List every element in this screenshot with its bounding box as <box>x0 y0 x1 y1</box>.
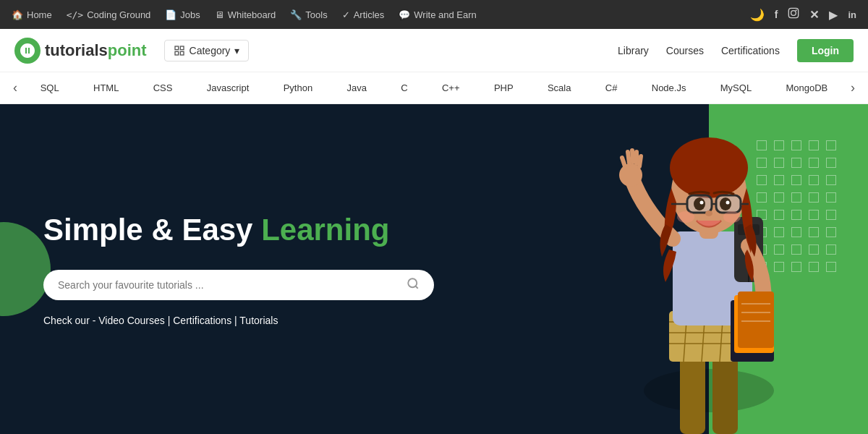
category-grid-icon <box>174 45 185 56</box>
linkedin-icon[interactable]: in <box>848 9 856 20</box>
courses-link[interactable]: Courses <box>666 45 704 56</box>
instagram-icon[interactable] <box>788 7 799 22</box>
svg-rect-0 <box>789 8 799 17</box>
svg-rect-6 <box>180 51 184 55</box>
svg-rect-5 <box>175 51 179 55</box>
cat-css[interactable]: CSS <box>146 80 180 96</box>
nav-coding-ground[interactable]: </> Coding Ground <box>67 9 151 20</box>
svg-point-38 <box>670 137 748 198</box>
logo-icon <box>14 38 41 64</box>
svg-line-26 <box>632 150 633 162</box>
login-button[interactable]: Login <box>797 39 854 62</box>
svg-line-8 <box>415 286 417 289</box>
cat-scala[interactable]: Scala <box>540 80 579 96</box>
svg-line-28 <box>639 156 641 166</box>
chevron-down-icon: ▾ <box>234 45 239 56</box>
top-nav-right: 🌙 f ✕ ▶ in <box>750 7 856 22</box>
cat-html[interactable]: HTML <box>86 80 126 96</box>
nav-whiteboard[interactable]: 🖥 Whiteboard <box>215 9 276 20</box>
search-input[interactable] <box>58 279 407 291</box>
x-twitter-icon[interactable]: ✕ <box>809 8 819 22</box>
cat-cpp[interactable]: C++ <box>435 80 467 96</box>
category-button[interactable]: Category ▾ <box>164 40 250 61</box>
svg-point-9 <box>644 369 774 412</box>
top-nav-left: 🏠 Home </> Coding Ground 📄 Jobs 🖥 Whiteb… <box>12 9 477 20</box>
header-right: Library Courses Certifications Login <box>618 39 854 62</box>
svg-line-29 <box>622 158 625 166</box>
cat-python[interactable]: Python <box>276 80 320 96</box>
svg-point-46 <box>700 201 704 205</box>
cat-sql[interactable]: SQL <box>33 80 67 96</box>
svg-line-25 <box>628 152 629 163</box>
cat-nodejs[interactable]: Node.Js <box>644 80 694 96</box>
svg-point-49 <box>677 211 694 223</box>
search-icon[interactable] <box>407 277 420 293</box>
nav-articles[interactable]: ✓ Articles <box>342 9 385 20</box>
cat-csharp[interactable]: C# <box>598 80 625 96</box>
nav-write-earn[interactable]: 💬 Write and Earn <box>399 9 476 20</box>
articles-icon: ✓ <box>342 9 350 20</box>
category-items: SQL HTML CSS Javascript Python Java C C+… <box>23 80 845 96</box>
svg-point-50 <box>723 211 741 223</box>
hero-section: Simple & Easy Learning Check our - Video… <box>0 104 868 434</box>
write-icon: 💬 <box>399 9 410 20</box>
svg-point-47 <box>726 201 730 205</box>
cat-php[interactable]: PHP <box>487 80 521 96</box>
nav-jobs[interactable]: 📄 Jobs <box>165 9 200 20</box>
category-bar: ‹ SQL HTML CSS Javascript Python Java C … <box>0 72 868 104</box>
tools-icon: 🔧 <box>290 9 302 20</box>
category-prev-arrow[interactable]: ‹ <box>7 80 23 95</box>
svg-point-48 <box>705 210 712 216</box>
person-illustration <box>593 116 825 434</box>
certifications-link[interactable]: Certifications <box>721 45 780 56</box>
dark-mode-icon[interactable]: 🌙 <box>750 8 765 22</box>
cat-mongodb[interactable]: MongoDB <box>778 80 835 96</box>
cat-mysql[interactable]: MySQL <box>713 80 759 96</box>
svg-rect-32 <box>738 292 774 348</box>
cat-c[interactable]: C <box>393 80 414 96</box>
hero-right-area <box>535 104 868 434</box>
jobs-icon: 📄 <box>165 9 176 20</box>
nav-tools[interactable]: 🔧 Tools <box>290 9 327 20</box>
facebook-icon[interactable]: f <box>775 9 778 20</box>
svg-point-44 <box>694 197 705 210</box>
logo[interactable]: tutorialspoint <box>14 38 147 64</box>
top-navbar: 🏠 Home </> Coding Ground 📄 Jobs 🖥 Whiteb… <box>0 0 868 29</box>
whiteboard-icon: 🖥 <box>215 9 224 20</box>
cat-java[interactable]: Java <box>339 80 373 96</box>
svg-rect-4 <box>180 46 184 50</box>
search-bar[interactable] <box>43 270 434 300</box>
svg-point-2 <box>796 9 797 11</box>
youtube-icon[interactable]: ▶ <box>829 8 838 22</box>
home-icon: 🏠 <box>12 9 23 20</box>
library-link[interactable]: Library <box>618 45 649 56</box>
main-header: tutorialspoint Category ▾ Library Course… <box>0 29 868 72</box>
svg-point-7 <box>408 278 417 287</box>
logo-text: tutorialspoint <box>45 41 147 60</box>
header-left: tutorialspoint Category ▾ <box>14 38 249 64</box>
nav-home[interactable]: 🏠 Home <box>12 9 52 20</box>
hero-links: Check our - Video Courses | Certificatio… <box>43 315 434 326</box>
svg-rect-3 <box>175 46 179 50</box>
hero-content: Simple & Easy Learning Check our - Video… <box>0 169 477 370</box>
svg-point-45 <box>720 197 731 210</box>
code-icon: </> <box>67 9 83 20</box>
svg-point-1 <box>791 11 796 16</box>
category-next-arrow[interactable]: › <box>845 80 861 95</box>
cat-javascript[interactable]: Javascript <box>200 80 257 96</box>
hero-title: Simple & Easy Learning <box>43 212 434 248</box>
